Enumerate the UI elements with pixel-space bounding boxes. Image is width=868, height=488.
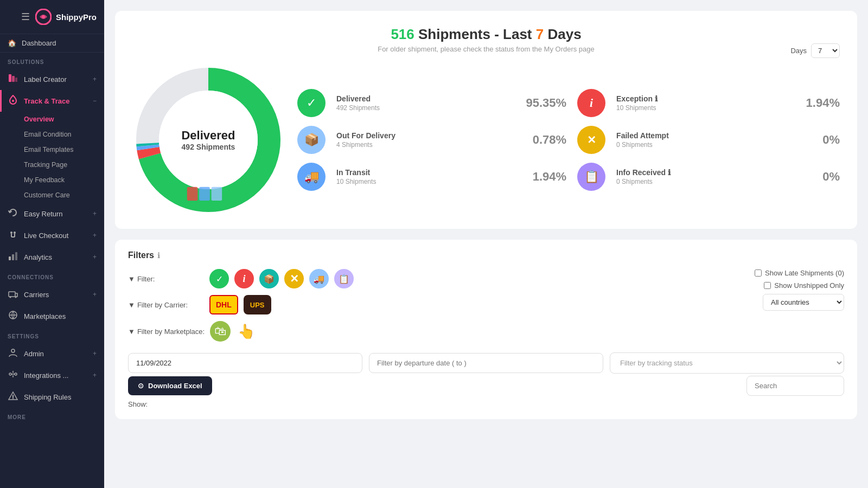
subnav-my-feedback[interactable]: My Feedback: [0, 172, 104, 188]
filter-failed-circle[interactable]: ✕: [284, 269, 304, 288]
download-label: Download Excel: [148, 382, 202, 390]
filter-out-delivery-circle[interactable]: 📦: [259, 269, 279, 288]
marketplace-filter-label: ▼ Filter by Marketplace:: [128, 328, 205, 336]
date-from-input[interactable]: [128, 353, 362, 373]
info-received-info: Info Received ℹ 0 Shipments: [616, 168, 795, 185]
sidebar-item-analytics[interactable]: Analytics +: [0, 246, 104, 268]
filter-delivered-circle[interactable]: ✓: [209, 269, 229, 288]
show-unshipped-checkbox[interactable]: [764, 282, 771, 289]
subnav-email-templates[interactable]: Email Templates: [0, 142, 104, 157]
donut-main-label: Delivered: [181, 129, 235, 143]
download-excel-button[interactable]: ⊙ Download Excel: [128, 376, 212, 395]
carrier-dhl-badge[interactable]: DHL: [209, 295, 238, 314]
donut-center-text: Delivered 492 Shipments: [181, 129, 235, 151]
date-to-input[interactable]: [369, 353, 603, 373]
failed-pct: 0%: [806, 133, 840, 147]
failed-label: Failed Attempt: [616, 131, 795, 140]
svg-rect-13: [15, 252, 17, 260]
easy-return-expand-icon: +: [93, 210, 97, 217]
dashboard-nav-item[interactable]: 🏠 Dashboard: [0, 34, 104, 53]
admin-icon: [8, 348, 18, 359]
label-creator-expand-icon: +: [93, 75, 97, 83]
carriers-label: Carriers: [24, 291, 49, 299]
sidebar-item-label-creator[interactable]: Label Creator +: [0, 68, 104, 90]
countries-select[interactable]: All countries: [763, 294, 844, 311]
filters-card: Filters ℹ ▼ Filter: ✓ i 📦 ✕ 🚚 📋: [115, 240, 857, 419]
subnav-customer-care[interactable]: Customer Care: [0, 188, 104, 203]
svg-point-7: [14, 232, 16, 234]
svg-rect-14: [9, 292, 15, 297]
marketplace-shopify-badge[interactable]: 🛍: [210, 321, 231, 342]
subnav-email-condition[interactable]: Email Condition: [0, 127, 104, 142]
filter-in-transit-circle[interactable]: 🚚: [309, 269, 329, 288]
svg-point-6: [10, 232, 12, 234]
download-icon: ⊙: [138, 382, 144, 390]
admin-expand-icon: +: [93, 350, 97, 357]
subnav-overview[interactable]: Overview: [0, 112, 104, 127]
marketplace-text: Filter by Marketplace:: [137, 328, 205, 336]
search-input[interactable]: [746, 376, 844, 396]
delivered-pct: 95.35%: [526, 96, 566, 110]
show-late-row: Show Late Shipments (0): [755, 269, 844, 277]
svg-rect-36: [212, 187, 222, 201]
delivered-icon: ✓: [297, 89, 326, 117]
in-transit-count: 10 Shipments: [336, 178, 515, 185]
out-delivery-count: 4 Shipments: [336, 141, 515, 149]
carrier-ups-badge[interactable]: UPS: [244, 295, 271, 314]
svg-point-21: [15, 373, 17, 375]
donut-sub-label: 492 Shipments: [181, 143, 235, 151]
in-transit-label: In Transit: [336, 168, 515, 177]
out-delivery-pct: 0.78%: [526, 133, 566, 147]
failed-icon: ✕: [577, 126, 605, 154]
filter-exception-circle[interactable]: i: [234, 269, 254, 288]
sidebar-item-admin[interactable]: Admin +: [0, 343, 104, 364]
out-delivery-info: Out For Delivery 4 Shipments: [336, 131, 515, 149]
shipments-stat-card: 516 Shipments - Last 7 Days For older sh…: [115, 11, 857, 229]
sidebar-item-shipping-rules[interactable]: Shipping Rules: [0, 386, 104, 408]
stat-card-header: 516 Shipments - Last 7 Days For older sh…: [132, 26, 840, 53]
marketplace-funnel-icon: ▼: [128, 328, 135, 336]
info-received-pct: 0%: [806, 170, 840, 184]
subnav-tracking-page[interactable]: Tracking Page: [0, 157, 104, 172]
live-checkout-label: Live Checkout: [24, 232, 68, 240]
marketplace-cursor-badge[interactable]: 👆: [236, 321, 257, 342]
track-trace-icon: [8, 95, 18, 107]
in-transit-pct: 1.94%: [526, 170, 566, 184]
label-creator-icon: [8, 73, 18, 85]
stats-grid: ✓ Delivered 492 Shipments 95.35% i Excep…: [297, 89, 840, 191]
svg-point-20: [9, 373, 11, 375]
sidebar-item-live-checkout[interactable]: Live Checkout +: [0, 224, 104, 246]
sidebar-header: ☰ ShippyPro: [0, 0, 104, 34]
shipping-rules-label: Shipping Rules: [24, 393, 71, 401]
exception-info: Exception ℹ 10 Shipments: [616, 94, 795, 112]
days-select[interactable]: 7 14 30 60 90: [811, 43, 840, 58]
delivered-info: Delivered 492 Shipments: [336, 94, 515, 112]
analytics-label: Analytics: [24, 253, 52, 261]
filter-info-received-circle[interactable]: 📋: [334, 269, 354, 288]
marketplaces-icon: [8, 310, 18, 322]
dashboard-icon: 🏠: [8, 39, 16, 47]
sidebar-item-integrations[interactable]: Integrations ... +: [0, 364, 104, 386]
days-text: Days: [547, 26, 581, 42]
shipping-rules-icon: [8, 391, 18, 403]
sidebar-item-marketplaces[interactable]: Marketplaces: [0, 305, 104, 327]
date-filters-row: Filter by tracking status: [128, 352, 844, 374]
filters-left: ▼ Filter: ✓ i 📦 ✕ 🚚 📋 ▼ Filter by Carrie…: [128, 269, 755, 348]
filter-marketplace-row: ▼ Filter by Marketplace: 🛍 👆: [128, 321, 755, 342]
show-label: Show:: [128, 400, 844, 408]
carriers-icon: [8, 288, 18, 300]
show-unshipped-row: Show Unshipped Only: [764, 281, 844, 290]
sidebar-item-track-trace[interactable]: Track & Trace −: [0, 90, 104, 112]
svg-point-19: [11, 349, 15, 352]
title-text: Shipments - Last: [418, 26, 536, 42]
show-late-checkbox[interactable]: [755, 269, 762, 277]
show-unshipped-label: Show Unshipped Only: [774, 281, 844, 290]
shippypro-logo-icon: [35, 9, 52, 25]
sidebar-item-carriers[interactable]: Carriers +: [0, 284, 104, 305]
hamburger-icon[interactable]: ☰: [21, 11, 30, 23]
svg-rect-11: [9, 256, 11, 260]
svg-rect-2: [9, 74, 11, 82]
svg-point-1: [42, 15, 45, 18]
sidebar-item-easy-return[interactable]: Easy Return +: [0, 203, 104, 224]
tracking-status-select[interactable]: Filter by tracking status: [610, 352, 844, 374]
